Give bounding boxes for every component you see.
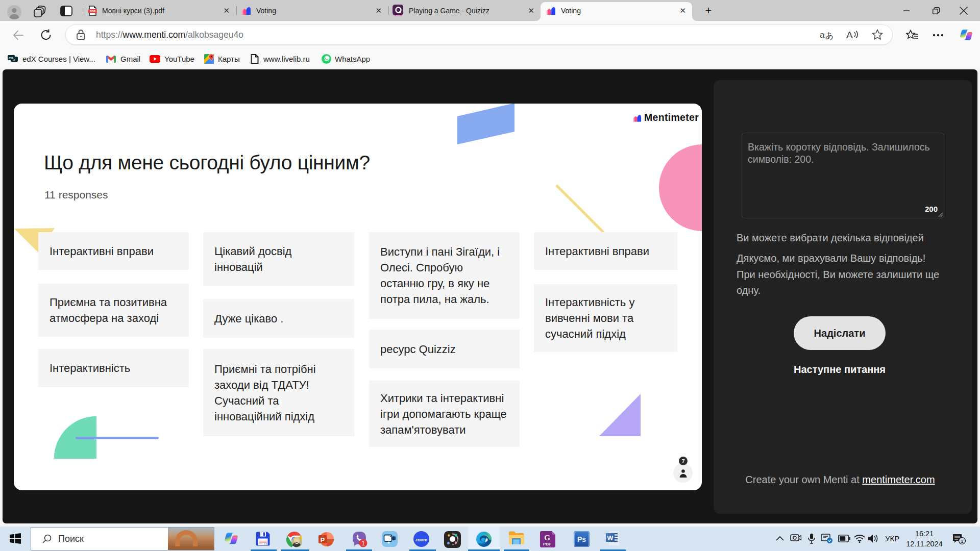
svg-text:X: X bbox=[12, 58, 16, 62]
svg-text:1: 1 bbox=[361, 540, 365, 547]
svg-text:1: 1 bbox=[961, 538, 963, 544]
svg-text:P: P bbox=[321, 537, 325, 544]
svg-text:PDF: PDF bbox=[543, 542, 551, 546]
svg-text:A: A bbox=[846, 30, 853, 40]
svg-text:G: G bbox=[544, 534, 550, 542]
svg-text:W: W bbox=[607, 535, 614, 542]
svg-text:zoom: zoom bbox=[415, 537, 428, 542]
svg-text:Ps: Ps bbox=[577, 535, 586, 543]
svg-text:PDF: PDF bbox=[90, 10, 96, 13]
svg-text:あ: あ bbox=[825, 31, 834, 40]
svg-text:a: a bbox=[820, 30, 825, 40]
